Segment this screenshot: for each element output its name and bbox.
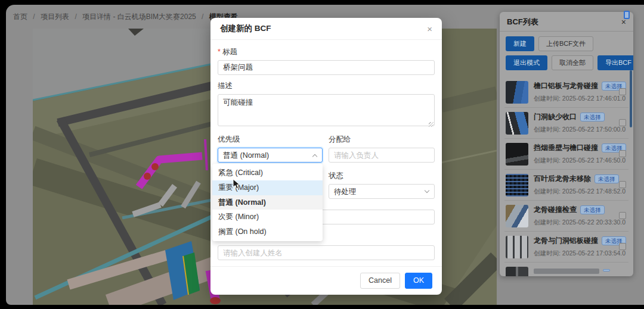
required-mark: * (218, 48, 221, 56)
bcf-item-time: 创建时间: 2025-05-22 17:48:52.0 (534, 188, 617, 196)
status-field-label: 状态 (329, 171, 435, 181)
bcf-item-partial[interactable] (500, 263, 633, 276)
bcf-item-title: 挡烟垂壁与檐口碰撞 (534, 143, 598, 153)
status-select-value: 待处理 (334, 188, 357, 196)
bcf-item-title: 百叶后龙骨未移除 (534, 174, 591, 184)
bcf-item[interactable]: 百叶后龙骨未移除 未选择 创建时间: 2025-05-22 17:48:52.0 (500, 170, 633, 200)
status-badge (603, 269, 610, 271)
breadcrumb-separator: / (33, 13, 35, 21)
bcf-item-checkbox[interactable] (619, 88, 626, 95)
bcf-item-title: 龙骨碰撞检查 (534, 205, 577, 215)
status-select[interactable]: 待处理 (329, 184, 435, 199)
chevron-down-icon (425, 188, 429, 193)
bcf-item-title: 门洞缺少收口 (534, 112, 577, 122)
breadcrumb-project-detail[interactable]: 项目详情 - 白云机场BIM大奖赛2025 (82, 13, 196, 21)
bcf-item[interactable]: 挡烟垂壁与檐口碰撞 未选择 创建时间: 2025-05-22 17:46:50.… (500, 139, 633, 169)
bcf-item-time: 创建时间: 2025-05-22 17:46:01.0 (534, 95, 617, 103)
app-screen: 首页 / 项目列表 / 项目详情 - 白云机场BIM大奖赛2025 / 模型查看 (6, 5, 644, 305)
video-frame: 首页 / 项目列表 / 项目详情 - 白云机场BIM大奖赛2025 / 模型查看 (0, 0, 644, 309)
export-bcf-button[interactable]: 导出BCF (597, 55, 633, 70)
status-badge: 未选择 (580, 205, 605, 214)
bcf-thumbnail (506, 143, 528, 166)
bcf-thumbnail (506, 205, 528, 227)
description-textarea[interactable]: 可能碰撞 (218, 94, 435, 126)
upload-bcf-button[interactable]: 上传BCF文件 (538, 36, 593, 51)
bcf-item-time: 创建时间: 2025-05-22 17:03:54.0 (534, 249, 617, 258)
resize-grip-icon[interactable] (429, 122, 434, 127)
bcf-panel-title: BCF列表 (507, 17, 538, 27)
panel-scrollbar-thumb[interactable] (630, 70, 632, 127)
bcf-item-title-clipped (534, 269, 599, 274)
ok-button[interactable]: OK (405, 273, 432, 289)
chevron-up-icon (312, 154, 317, 159)
bcf-list: 檐口铝板与龙骨碰撞 未选择 创建时间: 2025-05-22 17:46:01.… (500, 77, 633, 276)
bcf-list-panel: BCF列表 × 新建 上传BCF文件 退出模式 取消全部 导出BCF (500, 12, 633, 276)
priority-option-critical[interactable]: 紧急 (Critical) (212, 166, 323, 180)
priority-option-minor[interactable]: 次要 (Minor) (212, 210, 323, 224)
breadcrumb: 首页 / 项目列表 / 项目详情 - 白云机场BIM大奖赛2025 / 模型查看 (13, 12, 238, 22)
extension-overlay-icon[interactable] (624, 11, 630, 19)
priority-option-onhold[interactable]: 搁置 (On hold) (212, 224, 323, 239)
bcf-item-checkbox[interactable] (619, 181, 626, 188)
create-bcf-modal: 创建新的 BCF × *标题 描述 可能碰撞 优先级 (210, 18, 442, 295)
status-badge: 未选择 (580, 113, 605, 121)
bcf-panel-close-icon[interactable]: × (621, 18, 626, 26)
modal-title: 创建新的 BCF (220, 23, 271, 34)
assignee-input[interactable] (329, 148, 435, 163)
bcf-item-checkbox[interactable] (619, 212, 626, 219)
new-bcf-button[interactable]: 新建 (506, 36, 534, 51)
priority-option-major[interactable]: 重要 (Major) (212, 180, 323, 195)
bcf-item[interactable]: 龙骨与门洞铝板碰撞 未选择 创建时间: 2025-05-22 17:03:54.… (500, 232, 633, 262)
breadcrumb-separator: / (202, 13, 203, 21)
bcf-thumbnail (506, 174, 528, 196)
mouse-cursor-icon (233, 179, 241, 190)
bcf-item-time: 创建时间: 2025-05-22 17:46:50.0 (534, 157, 617, 165)
priority-field-label: 优先级 (218, 135, 323, 145)
exit-mode-button[interactable]: 退出模式 (506, 55, 547, 70)
creator-input[interactable] (218, 245, 435, 260)
title-input[interactable] (218, 60, 435, 75)
cancel-all-button[interactable]: 取消全部 (552, 55, 593, 70)
description-field-label: 描述 (218, 81, 435, 91)
bcf-item-title: 龙骨与门洞铝板碰撞 (534, 236, 598, 246)
bcf-item[interactable]: 门洞缺少收口 未选择 创建时间: 2025-05-22 17:50:00.0 (500, 108, 633, 138)
breadcrumb-project-list[interactable]: 项目列表 (41, 13, 69, 21)
bcf-item[interactable]: 龙骨碰撞检查 未选择 创建时间: 2025-05-22 20:33:30.0 (500, 201, 633, 231)
bcf-thumbnail (506, 81, 528, 104)
bcf-item-time: 创建时间: 2025-05-22 20:33:30.0 (534, 219, 617, 227)
cancel-button[interactable]: Cancel (360, 273, 400, 289)
title-field-label: *标题 (218, 47, 435, 57)
priority-select-value: 普通 (Normal) (223, 151, 269, 160)
priority-select[interactable]: 普通 (Normal) 紧急 (Critical) 重要 (Major) 普通 … (218, 148, 323, 163)
bcf-toolbar: 新建 上传BCF文件 退出模式 取消全部 导出BCF (500, 32, 633, 77)
bcf-item-title: 檐口铝板与龙骨碰撞 (534, 81, 598, 91)
bcf-item-checkbox[interactable] (619, 119, 626, 126)
bcf-thumbnail (506, 267, 528, 276)
modal-close-icon[interactable]: × (427, 24, 432, 33)
breadcrumb-separator: / (75, 13, 76, 21)
assignee-field-label: 分配给 (329, 135, 435, 145)
bcf-item[interactable]: 檐口铝板与龙骨碰撞 未选择 创建时间: 2025-05-22 17:46:01.… (500, 77, 633, 107)
bcf-item-checkbox[interactable] (619, 150, 626, 157)
breadcrumb-home[interactable]: 首页 (13, 13, 27, 21)
bcf-item-time: 创建时间: 2025-05-22 17:50:00.0 (534, 126, 617, 134)
priority-option-normal[interactable]: 普通 (Normal) (212, 195, 323, 210)
priority-dropdown: 紧急 (Critical) 重要 (Major) 普通 (Normal) 次要 … (212, 164, 323, 241)
bcf-thumbnail (506, 236, 528, 258)
bcf-item-checkbox[interactable] (619, 243, 626, 250)
status-badge: 未选择 (595, 174, 619, 183)
bcf-thumbnail (506, 112, 528, 135)
